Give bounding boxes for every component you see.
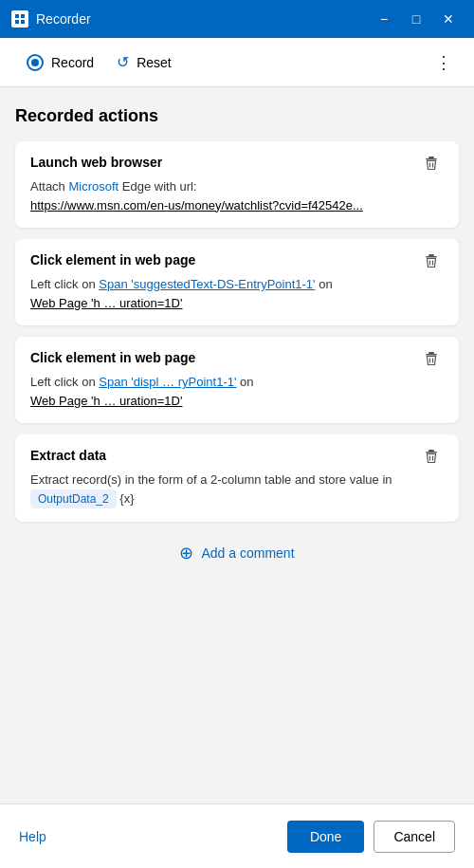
add-comment-label: Add a comment — [201, 545, 294, 561]
card-4-variable-suffix: {x} — [119, 491, 134, 506]
card-3-title: Click element in web page — [30, 350, 195, 365]
svg-rect-17 — [426, 452, 437, 453]
maximize-button[interactable]: □ — [402, 5, 430, 33]
title-bar-left: Recorder — [11, 10, 91, 28]
card-4-delete-button[interactable] — [419, 446, 444, 471]
svg-rect-4 — [428, 157, 434, 158]
toolbar: Record ↺ Reset ⋮ — [0, 38, 474, 87]
close-button[interactable]: ✕ — [434, 5, 463, 33]
card-1-title: Launch web browser — [30, 155, 162, 170]
card-2-on-text: on — [319, 277, 332, 291]
card-1-body: Attach Microsoft Edge with url: https://… — [30, 177, 444, 214]
svg-rect-9 — [426, 256, 437, 258]
card-2-body-pre: Left click on — [30, 277, 96, 291]
card-3-header: Click element in web page — [30, 350, 444, 373]
cancel-button[interactable]: Cancel — [374, 821, 455, 853]
help-link[interactable]: Help — [19, 829, 46, 844]
svg-rect-16 — [428, 450, 434, 452]
record-dot-icon — [27, 54, 44, 71]
card-3-body: Left click on Span 'displ … ryPoint1-1' … — [30, 373, 444, 410]
title-bar-controls: − □ ✕ — [370, 5, 463, 33]
section-title: Recorded actions — [15, 106, 459, 126]
record-label: Record — [51, 55, 94, 70]
add-comment-button[interactable]: ⊕ Add a comment — [15, 533, 459, 573]
app-icon — [11, 10, 28, 28]
card-1-body-text2: Edge with url: — [118, 179, 196, 194]
svg-rect-2 — [15, 20, 19, 24]
svg-rect-13 — [426, 354, 437, 356]
footer-right: Done Cancel — [287, 821, 455, 853]
card-3-page-link[interactable]: Web Page 'h … uration=1D' — [30, 394, 182, 408]
reset-label: Reset — [137, 55, 172, 70]
card-4-body-text: Extract record(s) in the form of a 2-col… — [30, 472, 392, 487]
reset-button[interactable]: ↺ Reset — [105, 47, 183, 77]
svg-rect-12 — [428, 352, 434, 354]
card-3-element-link[interactable]: Span 'displ … ryPoint1-1' — [99, 375, 236, 389]
card-1-delete-button[interactable] — [419, 153, 444, 177]
card-3-on-text: on — [240, 375, 253, 389]
card-3-body-pre: Left click on — [30, 375, 96, 389]
card-4-variable-badge[interactable]: OutputData_2 — [30, 489, 117, 508]
reset-icon: ↺ — [117, 53, 129, 71]
title-bar: Recorder − □ ✕ — [0, 0, 474, 38]
card-2-element-link[interactable]: Span 'suggestedText-DS-EntryPoint1-1' — [99, 277, 315, 291]
app-title: Recorder — [36, 11, 91, 27]
svg-rect-1 — [21, 14, 25, 18]
toolbar-left: Record ↺ Reset — [15, 47, 183, 77]
main-content: Recorded actions Launch web browser Atta… — [0, 87, 474, 803]
footer: Help Done Cancel — [0, 803, 474, 868]
action-card-launch-browser: Launch web browser Attach Microsoft Edge… — [15, 141, 459, 228]
done-button[interactable]: Done — [287, 821, 364, 853]
minimize-button[interactable]: − — [370, 5, 398, 33]
svg-rect-0 — [15, 14, 19, 18]
card-4-body: Extract record(s) in the form of a 2-col… — [30, 471, 444, 508]
card-1-header: Launch web browser — [30, 155, 444, 177]
card-1-url-link[interactable]: https://www.msn.com/en-us/money/watchlis… — [30, 198, 363, 212]
card-4-header: Extract data — [30, 448, 444, 471]
card-1-body-text1: Attach — [30, 179, 68, 194]
card-2-page-link[interactable]: Web Page 'h … uration=1D' — [30, 296, 182, 310]
svg-rect-8 — [428, 254, 434, 256]
card-2-header: Click element in web page — [30, 252, 444, 275]
card-4-title: Extract data — [30, 448, 106, 463]
card-2-body: Left click on Span 'suggestedText-DS-Ent… — [30, 275, 444, 312]
card-2-title: Click element in web page — [30, 252, 195, 268]
card-3-delete-button[interactable] — [419, 348, 444, 373]
more-button[interactable]: ⋮ — [428, 47, 459, 78]
action-card-click-1: Click element in web page Left click on … — [15, 239, 459, 325]
card-2-delete-button[interactable] — [419, 250, 444, 275]
record-button[interactable]: Record — [15, 48, 105, 77]
action-card-extract: Extract data Extract record(s) in the fo… — [15, 434, 459, 522]
record-dot-inner — [31, 59, 39, 66]
action-card-click-2: Click element in web page Left click on … — [15, 337, 459, 423]
svg-rect-3 — [21, 20, 25, 24]
add-comment-icon: ⊕ — [179, 543, 193, 563]
card-1-microsoft-text: Microsoft — [68, 179, 118, 194]
svg-rect-5 — [426, 158, 437, 160]
